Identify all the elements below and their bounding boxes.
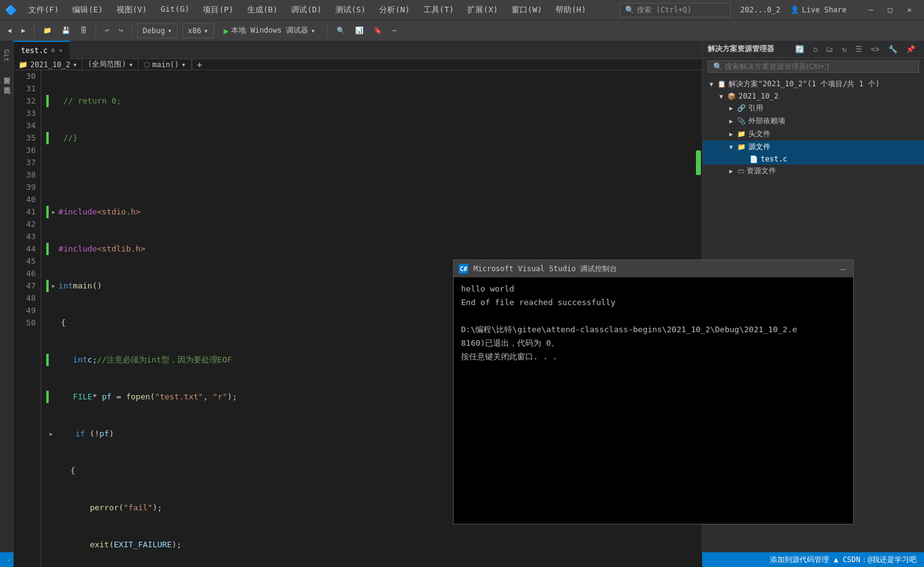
global-scope-dropdown[interactable]: (全局范围) ▾: [83, 59, 139, 70]
open-file-button[interactable]: 📁: [39, 25, 55, 36]
tree-item-ref[interactable]: 🔗 引用: [703, 102, 924, 115]
menu-analyze[interactable]: 分析(N): [373, 2, 415, 18]
solution-search-input[interactable]: [725, 62, 914, 71]
save-button[interactable]: 💾: [58, 25, 74, 36]
debug-line-5: 8160)已退出，代码为 0。: [461, 337, 846, 350]
config-dropdown[interactable]: Debug ▾: [137, 23, 178, 38]
ref-icon: 🔗: [737, 104, 746, 112]
solution-explorer-titlebar: 解决方案资源管理器 🔄 ⌂ 🗂 ↻ ☰ <> 🔧 📌: [703, 41, 924, 58]
tree-item-sources[interactable]: 📁 源文件: [703, 141, 924, 153]
tree-item-testc[interactable]: 📄 test.c: [703, 153, 924, 165]
tree-arrow-headers[interactable]: [727, 131, 735, 137]
menu-file[interactable]: 文件(F): [22, 2, 65, 18]
menu-bar: 文件(F) 编辑(E) 视图(V) Git(G) 项目(P) 生成(B) 调试(…: [22, 2, 592, 18]
debug-line-3: [461, 309, 846, 323]
tab-settings-icon: ⚙: [51, 47, 55, 54]
debug-console-close-button[interactable]: —: [838, 264, 848, 274]
tree-arrow-ref[interactable]: [727, 105, 735, 112]
sol-code-button[interactable]: <>: [867, 44, 883, 55]
tree-item-ext-dep[interactable]: 📎 外部依赖项: [703, 115, 924, 128]
search-icon: 🔍: [625, 6, 634, 14]
debug-tools-button[interactable]: 🔍: [333, 25, 349, 36]
search-icon: 🔍: [713, 62, 722, 71]
bookmark-button[interactable]: 🔖: [370, 25, 386, 36]
source-control-label: 添加到源代码管理 ▲ CSDN：@我还是学习吧: [770, 555, 917, 565]
sol-pin-button[interactable]: 📌: [902, 44, 919, 55]
chevron-down-icon: ▾: [73, 60, 77, 69]
run-button[interactable]: ▶ 本地 Windows 调试器 ▾: [216, 24, 323, 37]
tree-arrow-solution[interactable]: [708, 81, 715, 88]
sol-filter-button[interactable]: 🗂: [822, 44, 837, 55]
tree-arrow-sources[interactable]: [727, 144, 735, 150]
menu-tools[interactable]: 工具(T): [417, 2, 460, 18]
tree-item-headers[interactable]: 📁 头文件: [703, 128, 924, 141]
sidebar-item-solution[interactable]: 解决方案: [1, 68, 12, 75]
menu-build[interactable]: 生成(B): [241, 2, 284, 18]
solution-search[interactable]: 🔍: [708, 60, 919, 73]
tab-close-button[interactable]: ✕: [59, 47, 62, 54]
check-icon: ✓: [7, 555, 12, 564]
forward-button[interactable]: ▶: [18, 25, 30, 36]
project-scope-dropdown[interactable]: 📁 2021_10_2 ▾: [14, 59, 83, 70]
tree-arrow-project[interactable]: [718, 93, 725, 100]
sidebar-item-git[interactable]: Git: [1, 46, 12, 65]
search-placeholder: 搜索 (Ctrl+Q): [637, 5, 692, 15]
dep-icon: 📎: [737, 117, 746, 125]
global-search[interactable]: 🔍 搜索 (Ctrl+Q): [619, 3, 730, 17]
tree-arrow-dep[interactable]: [727, 118, 735, 124]
sol-home-button[interactable]: ⌂: [809, 44, 821, 55]
maximize-button[interactable]: □: [881, 3, 900, 17]
menu-edit[interactable]: 编辑(E): [66, 2, 108, 18]
chevron-down-icon: ▾: [311, 27, 315, 35]
sol-properties-button[interactable]: 🔧: [885, 44, 901, 55]
debug-line-6: 按任意键关闭此窗口. . .: [461, 350, 846, 364]
toolbar-separator-2: [96, 25, 96, 37]
live-share-icon: 👤: [790, 6, 799, 14]
menu-window[interactable]: 窗口(W): [505, 2, 548, 18]
tree-item-resources[interactable]: 🗃 资源文件: [703, 165, 924, 177]
function-scope-dropdown[interactable]: ⬡ main() ▾: [139, 59, 192, 70]
chevron-down-icon: ▾: [204, 27, 208, 35]
code-line-30: // return 0;: [46, 95, 697, 107]
tree-arrow-resources[interactable]: [727, 168, 735, 174]
line-numbers: 30 31 32 33 34 35 36 37 38 39 40 41 42 4…: [14, 70, 41, 567]
menu-test[interactable]: 测试(S): [329, 2, 372, 18]
solution-explorer-title: 解决方案资源管理器: [708, 44, 791, 54]
file-icon: 📄: [750, 155, 758, 163]
menu-git[interactable]: Git(G): [154, 2, 195, 18]
sol-refresh-button[interactable]: ↻: [838, 44, 850, 55]
live-share-button[interactable]: 👤 Live Share: [785, 6, 851, 14]
performance-button[interactable]: 📊: [351, 25, 367, 36]
tab-test-c[interactable]: test.c ⚙ ✕: [14, 41, 70, 59]
add-scope-button[interactable]: +: [192, 59, 207, 70]
arch-dropdown[interactable]: x86 ▾: [182, 23, 214, 38]
tree-item-solution[interactable]: 📋 解决方案"2021_10_2"(1 个项目/共 1 个): [703, 78, 924, 91]
undo-button[interactable]: ↩: [101, 25, 113, 36]
menu-help[interactable]: 帮助(H): [549, 2, 592, 18]
tree-item-project[interactable]: 📦 2021_10_2: [703, 91, 924, 102]
back-button[interactable]: ◀: [4, 25, 15, 36]
main-area: Git 解决方案 类视图 test.c ⚙ ✕ 📁 2021_10_2 ▾ (全…: [0, 41, 924, 552]
code-line-34: #include<stdlib.h>: [46, 243, 697, 255]
play-icon: ▶: [224, 26, 229, 36]
redo-button[interactable]: ↪: [115, 25, 127, 36]
minimize-button[interactable]: —: [861, 3, 880, 17]
menu-debug[interactable]: 调试(D): [285, 2, 327, 18]
scroll-thumb[interactable]: [696, 150, 701, 175]
menu-project[interactable]: 项目(P): [197, 2, 239, 18]
menu-extensions[interactable]: 扩展(X): [461, 2, 504, 18]
sidebar-item-class[interactable]: 类视图: [1, 78, 12, 85]
sol-sync-button[interactable]: 🔄: [791, 44, 808, 55]
toolbar-separator-1: [34, 25, 35, 37]
menu-view[interactable]: 视图(V): [110, 2, 153, 18]
chevron-down-icon: ▾: [181, 60, 186, 69]
chevron-down-icon: ▾: [168, 27, 172, 35]
more-button[interactable]: ⋯: [388, 25, 400, 36]
tab-bar: test.c ⚙ ✕: [14, 41, 702, 59]
code-line-33: ▸#include<stdio.h>: [46, 206, 697, 218]
func-icon: ⬡: [144, 60, 150, 69]
sol-collapse-button[interactable]: ☰: [852, 44, 866, 55]
close-button[interactable]: ✕: [900, 3, 919, 17]
debug-console-content[interactable]: hello world End of file reached successf…: [454, 277, 853, 524]
save-all-button[interactable]: 🗄: [76, 25, 91, 36]
